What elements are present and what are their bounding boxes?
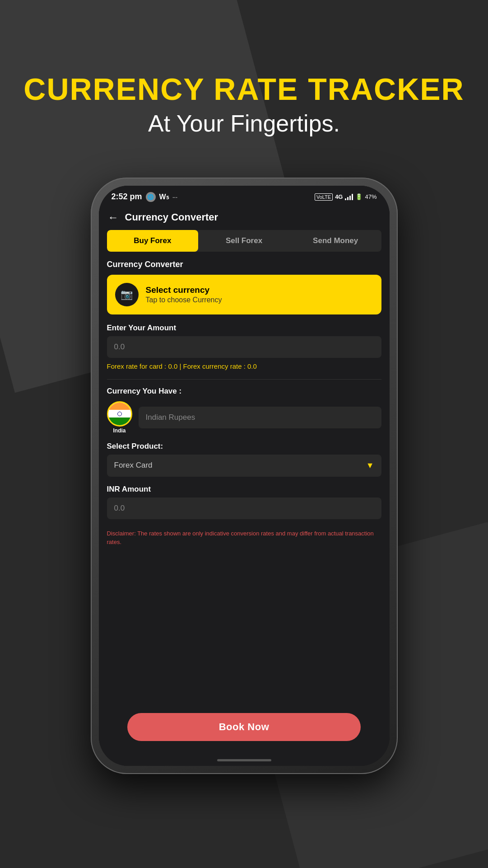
battery-percent: 47% (365, 193, 376, 200)
status-bar: 2:52 pm 🌐 W₅ ··· VoLTE 4G (99, 186, 390, 206)
currency-have-label: Currency You Have : (107, 387, 381, 396)
inr-amount-input[interactable] (107, 497, 381, 519)
currency-have-row: India Indian Rupees (107, 401, 381, 434)
currency-icon-circle: 📷 (115, 283, 139, 306)
app-title: Currency Converter (125, 211, 218, 223)
flag-stripe-green (108, 418, 131, 425)
flag-stripe-saffron (108, 403, 131, 410)
dots-icon: ··· (172, 193, 178, 201)
tab-sell-forex[interactable]: Sell Forex (198, 230, 290, 252)
app-header: ← Currency Converter (99, 206, 390, 230)
phone-inner-frame: 2:52 pm 🌐 W₅ ··· VoLTE 4G (99, 186, 390, 766)
flag-stripe-white (108, 410, 131, 418)
select-product-value: Forex Card (114, 461, 153, 470)
phone-outer-frame: 2:52 pm 🌐 W₅ ··· VoLTE 4G (91, 178, 398, 774)
phone-mockup: 2:52 pm 🌐 W₅ ··· VoLTE 4G (91, 178, 398, 774)
tab-bar: Buy Forex Sell Forex Send Money (107, 230, 381, 252)
headline-subtitle: At Your Fingertips. (23, 110, 464, 137)
bottom-area: Book Now (99, 704, 390, 755)
inr-amount-label: INR Amount (107, 485, 381, 494)
currency-camera-icon: 📷 (121, 289, 133, 300)
disclaimer-text: Disclaimer: The rates shown are only ind… (107, 529, 381, 547)
currency-selector-label: Select currency (146, 285, 222, 295)
status-right: VoLTE 4G 🔋 47% (315, 193, 377, 201)
headline-section: CURRENCY RATE TRACKER At Your Fingertips… (23, 72, 464, 137)
currency-name-field: Indian Rupees (139, 407, 381, 428)
w-icon: W₅ (159, 192, 169, 201)
home-indicator-bar (99, 755, 390, 766)
home-indicator (217, 759, 271, 761)
app-body: Currency Converter 📷 Select currency Tap… (99, 260, 390, 704)
status-left: 2:52 pm 🌐 W₅ ··· (112, 192, 178, 202)
back-arrow-icon[interactable]: ← (108, 211, 119, 224)
tab-buy-forex[interactable]: Buy Forex (107, 230, 199, 252)
india-flag-circle (107, 401, 132, 427)
currency-selector-sublabel: Tap to choose Currency (146, 296, 222, 304)
globe-icon: 🌐 (146, 192, 156, 202)
status-time: 2:52 pm (112, 192, 142, 202)
phone-screen: 2:52 pm 🌐 W₅ ··· VoLTE 4G (99, 186, 390, 766)
volte-icon: VoLTE (315, 193, 333, 201)
currency-selector-text: Select currency Tap to choose Currency (146, 285, 222, 304)
tab-send-money[interactable]: Send Money (290, 230, 381, 252)
india-flag (108, 403, 131, 425)
section-title-currency-converter: Currency Converter (107, 260, 381, 269)
forex-rates-text: Forex rate for card : 0.0 | Forex curren… (107, 362, 381, 370)
amount-label: Enter Your Amount (107, 324, 381, 333)
select-product-label: Select Product: (107, 442, 381, 451)
signal-icon (345, 194, 353, 200)
amount-input[interactable] (107, 336, 381, 358)
dropdown-arrow-icon: ▼ (366, 461, 374, 470)
ashoka-wheel (117, 412, 122, 416)
network-icon: 4G (335, 193, 343, 200)
headline-title: CURRENCY RATE TRACKER (23, 72, 464, 106)
currency-selector-card[interactable]: 📷 Select currency Tap to choose Currency (107, 275, 381, 314)
flag-label: India (113, 427, 125, 434)
battery-icon: 🔋 (355, 193, 363, 200)
select-product-dropdown[interactable]: Forex Card ▼ (107, 455, 381, 477)
divider-1 (107, 379, 381, 380)
book-now-button[interactable]: Book Now (127, 713, 361, 741)
flag-wrapper: India (107, 401, 132, 434)
